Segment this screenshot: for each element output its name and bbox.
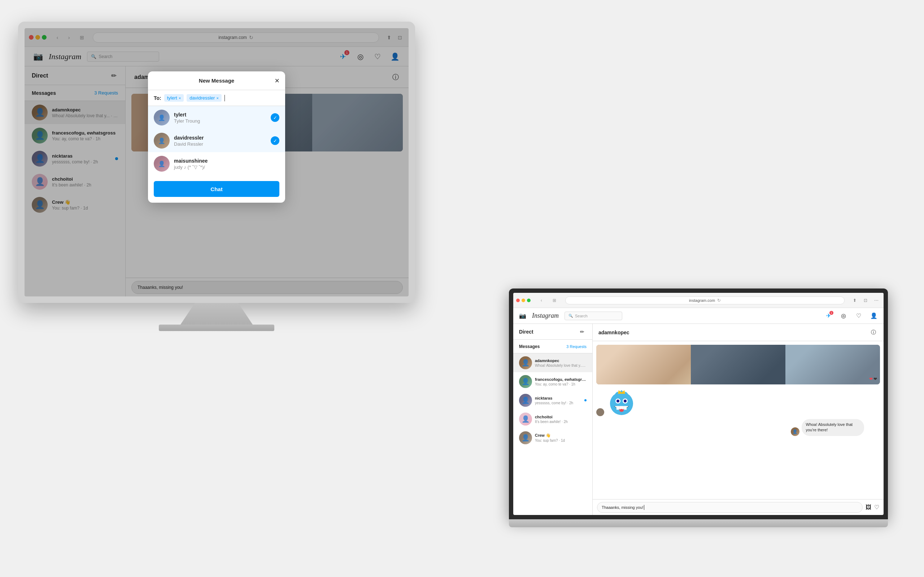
input-cursor [644,505,644,510]
instagram-app-laptop: 📷 Instagram 🔍 Search ✈ 1 ◎ ♡ � [513,308,884,515]
modal-close-button[interactable]: × [275,76,279,85]
browser-actions-laptop: ⬆ ⊡ ⋯ [850,296,881,305]
maximize-button-laptop[interactable] [527,298,531,302]
photo-1-laptop [596,345,691,384]
chat-bubble-laptop: Whoa! Absolutely love that you're there! [802,419,864,436]
modal-result-tylert[interactable]: 👤 tylert Tyler Troung ✓ [148,106,285,129]
ig-main-laptop: Direct ✏ Messages 3 Requests 👤 [513,324,884,515]
modal-to-row: To: tylert × davidressler × [148,90,285,106]
modal-avatar-icon-3: 👤 [154,156,170,172]
modal-avatar-tylert: 👤 [154,110,170,126]
tag-tylert-remove[interactable]: × [179,96,181,100]
modal-username-davidressler: davidressler [174,135,267,141]
traffic-lights-laptop [516,298,531,302]
modal-check-davidressler: ✓ [271,136,279,145]
photo-hearts-laptop: ❤ ❤ [869,377,877,382]
tag-tylert-text: tylert [167,95,177,101]
laptop-screen-body: ‹ ⊞ instagram.com ↻ ⬆ ⊡ ⋯ 📷 Instagra [509,288,888,519]
sticker-message-laptop [596,387,880,416]
modal-fullname-maisunshinee: judy ♪ (* ˇ▽ ˇ*)/ [174,164,279,170]
compose-icon-laptop[interactable]: ✏ [578,327,586,336]
ig-search-bar-laptop[interactable]: 🔍 Search [564,311,622,320]
back-button-laptop[interactable]: ‹ [536,297,546,305]
messenger-icon-laptop[interactable]: ✈ 1 [824,312,832,320]
heart-footer-icon-laptop[interactable]: ♡ [874,504,879,511]
bubble-avatar-laptop: 👤 [791,427,800,436]
laptop-screen: ‹ ⊞ instagram.com ↻ ⬆ ⊡ ⋯ 📷 Instagra [513,293,884,515]
conv-item-1-laptop[interactable]: 👤 adamnkopec Whoa! Absolutely love that … [513,353,592,372]
photo-2-laptop [691,345,785,384]
ig-sidebar-header-laptop: Direct ✏ [513,324,592,340]
avatar-icon-5-l: 👤 [519,431,532,444]
avatar-icon-4-l: 👤 [519,413,532,425]
requests-label-laptop[interactable]: 3 Requests [566,344,586,349]
modal-result-list: 👤 tylert Tyler Troung ✓ 👤 [148,106,285,175]
monitor-stand [181,303,253,324]
close-button-laptop[interactable] [516,298,520,302]
chat-button[interactable]: Chat [154,181,279,197]
profile-icon-laptop[interactable]: 👤 [870,312,878,320]
conv-item-2-laptop[interactable]: 👤 francescofogu, ewhatsgross You: ay, co… [513,372,592,391]
conv-info-1-laptop: adamnkopec Whoa! Absolutely love that y.… [535,358,586,367]
laptop-base [509,519,888,527]
ig-chat-footer-laptop: Thaaanks, missing you! 🖼 ♡ [593,499,884,515]
conv-preview-5-laptop: You: sup fam? · 1d [535,438,586,443]
direct-title-laptop: Direct [519,329,533,335]
laptop: ‹ ⊞ instagram.com ↻ ⬆ ⊡ ⋯ 📷 Instagra [509,288,888,541]
conv-item-5-laptop[interactable]: 👤 Crew 👋 You: sup fam? · 1d [513,429,592,447]
conv-preview-4-laptop: It's been awhile! · 2h [535,420,586,424]
svg-rect-5 [617,406,619,410]
image-icon-laptop[interactable]: 🖼 [866,504,871,511]
ig-sidebar-laptop: Direct ✏ Messages 3 Requests 👤 [513,324,593,515]
new-message-modal: New Message × To: tylert × davidressler … [148,71,285,203]
conv-info-4-laptop: chchoitoi It's been awhile! · 2h [535,415,586,424]
search-placeholder-laptop: Search [575,314,588,318]
modal-to-label: To: [154,95,162,101]
modal-result-maisunshinee[interactable]: 👤 maisunshinee judy ♪ (* ˇ▽ ˇ*)/ [148,152,285,175]
avatar-2-laptop: 👤 [519,375,532,388]
conv-name-3-laptop: nicktaras [535,396,582,400]
photo-3-laptop [785,345,880,384]
modal-tag-tylert[interactable]: tylert × [164,94,184,102]
conv-info-2-laptop: francescofogu, ewhatsgross You: ay, como… [535,377,586,386]
conv-item-3-laptop[interactable]: 👤 nicktaras yessssss, come by! · 2h [513,391,592,410]
modal-avatar-icon-1: 👤 [154,110,170,126]
share-button-laptop[interactable]: ⬆ [850,296,859,305]
modal-result-info-davidressler: davidressler David Ressler [174,135,267,147]
modal-fullname-davidressler: David Ressler [174,141,267,147]
conv-preview-1-laptop: Whoa! Absolutely love that y... · now [535,364,586,367]
address-bar-laptop[interactable]: instagram.com ↻ [565,297,845,305]
tag-davidressler-text: davidressler [189,95,215,101]
photo-strip-laptop: ❤ ❤ [596,345,880,384]
avatar-5-laptop: 👤 [519,431,532,444]
modal-footer: Chat [148,175,285,203]
avatar-icon-1-l: 👤 [519,356,532,369]
messages-label-laptop: Messages [519,344,540,349]
heart-icon-laptop[interactable]: ♡ [855,312,863,320]
sidebar-toggle-laptop[interactable]: ⊞ [549,297,559,305]
chat-info-icon-laptop[interactable]: ⓘ [869,328,878,337]
ig-topnav-laptop: 📷 Instagram 🔍 Search ✈ 1 ◎ ♡ � [513,308,884,324]
avatar-icon-2-l: 👤 [519,375,532,388]
new-tab-button-laptop[interactable]: ⊡ [861,296,870,305]
modal-overlay-desktop: New Message × To: tylert × davidressler … [24,28,409,297]
modal-tag-davidressler[interactable]: davidressler × [187,94,221,102]
modal-header: New Message × [148,71,285,90]
explore-icon-laptop[interactable]: ◎ [840,312,848,320]
extensions-button-laptop[interactable]: ⋯ [872,296,881,305]
refresh-icon-laptop[interactable]: ↻ [717,298,721,303]
conv-name-2-laptop: francescofogu, ewhatsgross [535,377,586,382]
modal-result-davidressler[interactable]: 👤 davidressler David Ressler ✓ [148,129,285,152]
minimize-button-laptop[interactable] [522,298,525,302]
text-cursor [225,95,225,102]
modal-username-maisunshinee: maisunshinee [174,158,279,164]
chat-input-laptop[interactable]: Thaaanks, missing you! [597,502,863,513]
ig-chat-laptop: adamnkopec ⓘ ❤ ❤ [593,324,884,515]
conv-item-4-laptop[interactable]: 👤 chchoitoi It's been awhile! · 2h [513,410,592,429]
conv-name-5-laptop: Crew 👋 [535,433,586,438]
ig-nav-icons-laptop: ✈ 1 ◎ ♡ 👤 [824,312,878,320]
ig-chat-header-laptop: adamnkopec ⓘ [593,324,884,341]
ig-chat-body-laptop: ❤ ❤ [593,341,884,499]
modal-username-tylert: tylert [174,112,267,118]
tag-davidressler-remove[interactable]: × [216,96,218,100]
